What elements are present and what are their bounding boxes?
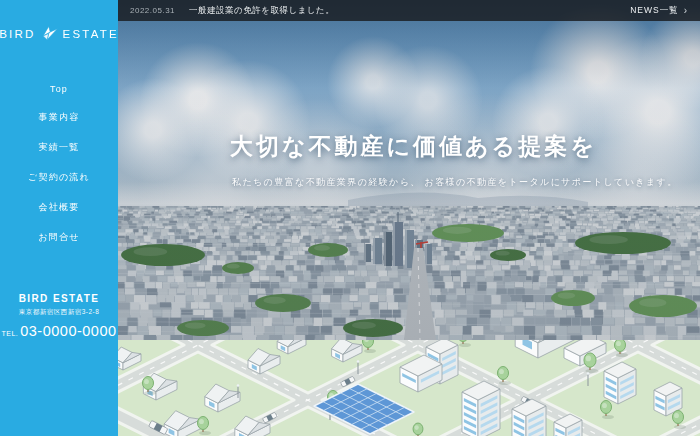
hero-title: 大切な不動産に価値ある提案を <box>230 131 678 162</box>
bird-icon <box>40 24 59 43</box>
footer-phone-number: 03-0000-0000 <box>20 323 116 339</box>
page: BIRD ESTATE Top 事業内容 実績一覧 ご契約の流れ 会社概要 お問… <box>0 0 700 436</box>
footer-company-name: BIRD ESTATE <box>0 293 118 304</box>
main-content: 2022.05.31 一般建設業の免許を取得しました。 NEWS一覧 › 大切な… <box>118 0 700 436</box>
footer-phone: TEL. 03-0000-0000 <box>0 323 118 339</box>
news-list-link[interactable]: NEWS一覧 › <box>630 5 688 17</box>
news-date: 2022.05.31 <box>130 6 175 15</box>
sidebar: BIRD ESTATE Top 事業内容 実績一覧 ご契約の流れ 会社概要 お問… <box>0 0 118 436</box>
sidebar-nav: Top 事業内容 実績一覧 ご契約の流れ 会社概要 お問合せ <box>0 75 118 252</box>
hero-subtitle: 私たちの豊富な不動産業界の経験から、 お客様の不動産をトータルにサポートしていき… <box>232 176 678 189</box>
nav-item-company[interactable]: 会社概要 <box>39 192 80 222</box>
footer-phone-label: TEL. <box>1 330 18 337</box>
chevron-right-icon: › <box>684 6 688 16</box>
nav-item-business[interactable]: 事業内容 <box>39 102 80 132</box>
nav-item-contact[interactable]: お問合せ <box>38 222 79 252</box>
logo-text-estate: ESTATE <box>63 28 119 40</box>
news-list-label: NEWS一覧 <box>630 5 679 17</box>
logo-text-bird: BIRD <box>0 28 36 40</box>
news-bar: 2022.05.31 一般建設業の免許を取得しました。 NEWS一覧 › <box>118 0 700 21</box>
hero-copy: 大切な不動産に価値ある提案を 私たちの豊富な不動産業界の経験から、 お客様の不動… <box>230 131 678 189</box>
logo[interactable]: BIRD ESTATE <box>0 24 118 43</box>
sidebar-footer: BIRD ESTATE 東京都新宿区西新宿3-2-8 TEL. 03-0000-… <box>0 293 118 339</box>
city-illustration <box>118 340 700 436</box>
footer-address: 東京都新宿区西新宿3-2-8 <box>0 308 118 317</box>
news-headline-link[interactable]: 一般建設業の免許を取得しました。 <box>189 5 334 17</box>
nav-item-top[interactable]: Top <box>50 75 68 102</box>
nav-item-contract-flow[interactable]: ご契約の流れ <box>28 162 90 192</box>
nav-item-works[interactable]: 実績一覧 <box>39 132 80 162</box>
